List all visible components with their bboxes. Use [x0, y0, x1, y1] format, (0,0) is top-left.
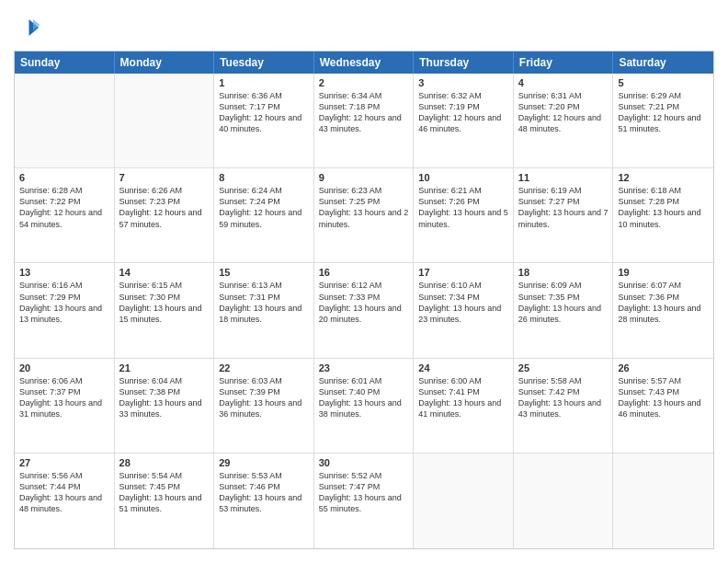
- calendar-cell-3-6: 18Sunrise: 6:09 AM Sunset: 7:35 PM Dayli…: [514, 263, 614, 357]
- day-number: 27: [19, 457, 109, 468]
- calendar-row-1: 1Sunrise: 6:36 AM Sunset: 7:17 PM Daylig…: [15, 74, 713, 168]
- calendar-cell-3-4: 16Sunrise: 6:12 AM Sunset: 7:33 PM Dayli…: [314, 263, 415, 357]
- day-info: Sunrise: 6:15 AM Sunset: 7:30 PM Dayligh…: [119, 280, 210, 325]
- calendar-cell-1-4: 2Sunrise: 6:34 AM Sunset: 7:18 PM Daylig…: [314, 74, 415, 167]
- calendar-cell-3-1: 13Sunrise: 6:16 AM Sunset: 7:29 PM Dayli…: [15, 263, 115, 357]
- calendar-row-5: 27Sunrise: 5:56 AM Sunset: 7:44 PM Dayli…: [15, 454, 713, 548]
- calendar-cell-3-7: 19Sunrise: 6:07 AM Sunset: 7:36 PM Dayli…: [613, 263, 713, 357]
- day-number: 7: [119, 172, 210, 183]
- day-number: 14: [119, 267, 210, 278]
- calendar-row-4: 20Sunrise: 6:06 AM Sunset: 7:37 PM Dayli…: [15, 359, 713, 454]
- day-info: Sunrise: 6:21 AM Sunset: 7:26 PM Dayligh…: [418, 185, 508, 230]
- day-info: Sunrise: 6:18 AM Sunset: 7:28 PM Dayligh…: [618, 185, 709, 230]
- day-number: 11: [518, 172, 609, 183]
- calendar-cell-5-3: 29Sunrise: 5:53 AM Sunset: 7:46 PM Dayli…: [214, 454, 314, 548]
- header-day-saturday: Saturday: [613, 52, 713, 74]
- day-number: 26: [618, 362, 709, 373]
- page: SundayMondayTuesdayWednesdayThursdayFrid…: [0, 0, 728, 563]
- calendar-cell-5-7: [613, 454, 713, 548]
- day-info: Sunrise: 6:07 AM Sunset: 7:36 PM Dayligh…: [618, 280, 709, 325]
- logo-icon: [14, 14, 41, 41]
- day-number: 13: [19, 267, 109, 278]
- calendar-cell-1-5: 3Sunrise: 6:32 AM Sunset: 7:19 PM Daylig…: [414, 74, 514, 167]
- calendar-cell-1-7: 5Sunrise: 6:29 AM Sunset: 7:21 PM Daylig…: [613, 74, 713, 167]
- day-number: 8: [219, 172, 309, 183]
- calendar-cell-2-2: 7Sunrise: 6:26 AM Sunset: 7:23 PM Daylig…: [115, 168, 215, 262]
- calendar-row-2: 6Sunrise: 6:28 AM Sunset: 7:22 PM Daylig…: [15, 168, 713, 263]
- header-day-friday: Friday: [514, 52, 614, 74]
- day-info: Sunrise: 5:58 AM Sunset: 7:42 PM Dayligh…: [518, 375, 609, 420]
- day-number: 24: [418, 362, 508, 373]
- day-info: Sunrise: 6:19 AM Sunset: 7:27 PM Dayligh…: [518, 185, 609, 230]
- day-number: 19: [618, 267, 709, 278]
- day-info: Sunrise: 6:01 AM Sunset: 7:40 PM Dayligh…: [319, 375, 409, 420]
- day-info: Sunrise: 6:04 AM Sunset: 7:38 PM Dayligh…: [119, 375, 210, 420]
- day-info: Sunrise: 6:06 AM Sunset: 7:37 PM Dayligh…: [19, 375, 109, 420]
- calendar-cell-5-6: [514, 454, 614, 548]
- calendar-cell-5-4: 30Sunrise: 5:52 AM Sunset: 7:47 PM Dayli…: [314, 454, 415, 548]
- calendar-cell-2-4: 9Sunrise: 6:23 AM Sunset: 7:25 PM Daylig…: [314, 168, 415, 262]
- day-info: Sunrise: 5:54 AM Sunset: 7:45 PM Dayligh…: [119, 470, 210, 515]
- day-number: 18: [518, 267, 609, 278]
- calendar-cell-2-6: 11Sunrise: 6:19 AM Sunset: 7:27 PM Dayli…: [514, 168, 614, 262]
- day-info: Sunrise: 6:32 AM Sunset: 7:19 PM Dayligh…: [418, 90, 508, 135]
- header: [14, 14, 714, 41]
- day-info: Sunrise: 6:23 AM Sunset: 7:25 PM Dayligh…: [319, 185, 409, 230]
- day-number: 9: [319, 172, 409, 183]
- header-day-sunday: Sunday: [15, 52, 115, 74]
- day-info: Sunrise: 6:12 AM Sunset: 7:33 PM Dayligh…: [319, 280, 409, 325]
- calendar-cell-5-1: 27Sunrise: 5:56 AM Sunset: 7:44 PM Dayli…: [15, 454, 115, 548]
- day-info: Sunrise: 5:52 AM Sunset: 7:47 PM Dayligh…: [319, 470, 409, 515]
- day-info: Sunrise: 6:24 AM Sunset: 7:24 PM Dayligh…: [219, 185, 309, 230]
- calendar-body: 1Sunrise: 6:36 AM Sunset: 7:17 PM Daylig…: [15, 74, 713, 548]
- calendar-cell-3-2: 14Sunrise: 6:15 AM Sunset: 7:30 PM Dayli…: [115, 263, 215, 357]
- day-info: Sunrise: 6:26 AM Sunset: 7:23 PM Dayligh…: [119, 185, 210, 230]
- calendar-row-3: 13Sunrise: 6:16 AM Sunset: 7:29 PM Dayli…: [15, 263, 713, 358]
- day-number: 5: [618, 77, 709, 88]
- calendar-cell-4-1: 20Sunrise: 6:06 AM Sunset: 7:37 PM Dayli…: [15, 359, 115, 453]
- calendar-cell-4-5: 24Sunrise: 6:00 AM Sunset: 7:41 PM Dayli…: [414, 359, 514, 453]
- day-info: Sunrise: 6:10 AM Sunset: 7:34 PM Dayligh…: [418, 280, 508, 325]
- calendar-cell-3-5: 17Sunrise: 6:10 AM Sunset: 7:34 PM Dayli…: [414, 263, 514, 357]
- day-number: 3: [418, 77, 508, 88]
- day-info: Sunrise: 6:36 AM Sunset: 7:17 PM Dayligh…: [219, 90, 309, 135]
- calendar-cell-2-5: 10Sunrise: 6:21 AM Sunset: 7:26 PM Dayli…: [414, 168, 514, 262]
- day-number: 22: [219, 362, 309, 373]
- day-info: Sunrise: 6:13 AM Sunset: 7:31 PM Dayligh…: [219, 280, 309, 325]
- calendar-cell-1-2: [115, 74, 215, 167]
- day-number: 10: [418, 172, 508, 183]
- day-info: Sunrise: 6:28 AM Sunset: 7:22 PM Dayligh…: [19, 185, 109, 230]
- calendar-cell-1-3: 1Sunrise: 6:36 AM Sunset: 7:17 PM Daylig…: [214, 74, 314, 167]
- day-info: Sunrise: 6:09 AM Sunset: 7:35 PM Dayligh…: [518, 280, 609, 325]
- calendar-cell-1-1: [15, 74, 115, 167]
- day-number: 16: [319, 267, 409, 278]
- calendar-cell-2-7: 12Sunrise: 6:18 AM Sunset: 7:28 PM Dayli…: [613, 168, 713, 262]
- day-number: 15: [219, 267, 309, 278]
- day-number: 30: [319, 457, 409, 468]
- calendar-cell-4-3: 22Sunrise: 6:03 AM Sunset: 7:39 PM Dayli…: [214, 359, 314, 453]
- day-number: 28: [119, 457, 210, 468]
- calendar-cell-2-1: 6Sunrise: 6:28 AM Sunset: 7:22 PM Daylig…: [15, 168, 115, 262]
- logo: [14, 14, 45, 41]
- calendar-cell-2-3: 8Sunrise: 6:24 AM Sunset: 7:24 PM Daylig…: [214, 168, 314, 262]
- header-day-wednesday: Wednesday: [314, 52, 415, 74]
- calendar-cell-4-6: 25Sunrise: 5:58 AM Sunset: 7:42 PM Dayli…: [514, 359, 614, 453]
- day-number: 12: [618, 172, 709, 183]
- day-number: 29: [219, 457, 309, 468]
- day-info: Sunrise: 5:57 AM Sunset: 7:43 PM Dayligh…: [618, 375, 709, 420]
- day-info: Sunrise: 6:03 AM Sunset: 7:39 PM Dayligh…: [219, 375, 309, 420]
- day-info: Sunrise: 6:00 AM Sunset: 7:41 PM Dayligh…: [418, 375, 508, 420]
- calendar-cell-4-2: 21Sunrise: 6:04 AM Sunset: 7:38 PM Dayli…: [115, 359, 215, 453]
- calendar-cell-3-3: 15Sunrise: 6:13 AM Sunset: 7:31 PM Dayli…: [214, 263, 314, 357]
- calendar-cell-5-5: [414, 454, 514, 548]
- header-day-thursday: Thursday: [414, 52, 514, 74]
- day-number: 21: [119, 362, 210, 373]
- day-number: 25: [518, 362, 609, 373]
- day-number: 23: [319, 362, 409, 373]
- header-day-tuesday: Tuesday: [214, 52, 314, 74]
- day-info: Sunrise: 5:53 AM Sunset: 7:46 PM Dayligh…: [219, 470, 309, 515]
- day-number: 1: [219, 77, 309, 88]
- day-number: 17: [418, 267, 508, 278]
- calendar-header: SundayMondayTuesdayWednesdayThursdayFrid…: [15, 52, 713, 74]
- day-info: Sunrise: 6:31 AM Sunset: 7:20 PM Dayligh…: [518, 90, 609, 135]
